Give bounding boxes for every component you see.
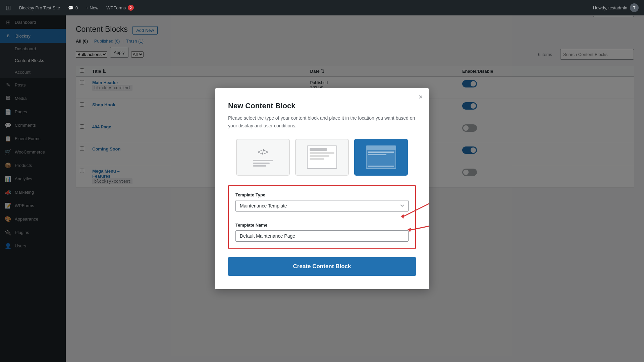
template-form-section: Template Type Maintenance Template 404 T… — [228, 185, 416, 249]
wp-logo-icon[interactable]: ⊞ — [5, 4, 11, 12]
plugin-label: WPForms — [106, 5, 126, 10]
comment-icon: 💬 — [68, 5, 73, 10]
modal-title: New Content Block — [228, 102, 416, 110]
site-name: Blocksy Pro Test Site — [19, 5, 60, 10]
howdy-text: Howdy, testadmin — [593, 5, 627, 10]
adminbar-user[interactable]: Howdy, testadmin T — [593, 3, 639, 12]
avatar: T — [630, 3, 639, 12]
modal-close-button[interactable]: × — [419, 94, 423, 100]
template-type-select[interactable]: Maintenance Template 404 Template Coming… — [235, 200, 409, 212]
comments-count: 0 — [75, 5, 78, 10]
block-card-hook[interactable]: </> — [236, 139, 290, 176]
hook-lines — [253, 160, 273, 167]
modal-box: × New Content Block Please select the ty… — [215, 88, 429, 289]
form-divider — [235, 217, 409, 217]
new-label: + New — [86, 5, 98, 10]
template-name-label: Template Name — [235, 223, 409, 228]
template-name-input[interactable] — [235, 230, 409, 242]
adminbar-new[interactable]: + New — [82, 0, 102, 15]
template-type-label: Template Type — [235, 192, 409, 197]
create-content-block-button[interactable]: Create Content Block — [228, 257, 416, 276]
block-card-popup[interactable] — [295, 139, 349, 176]
adminbar-site[interactable]: Blocksy Pro Test Site — [15, 0, 64, 15]
block-type-cards: </> — [228, 139, 416, 176]
admin-bar: ⊞ Blocksy Pro Test Site 💬 0 + New WPForm… — [0, 0, 644, 15]
adminbar-comments[interactable]: 💬 0 — [64, 0, 82, 15]
modal-description: Please select the type of your content b… — [228, 114, 416, 129]
plugin-badge: 2 — [128, 5, 134, 11]
block-card-template[interactable] — [354, 139, 408, 176]
code-brackets-icon: </> — [258, 148, 268, 157]
modal-overlay: × New Content Block Please select the ty… — [0, 15, 644, 362]
adminbar-wpforms[interactable]: WPForms 2 — [102, 0, 138, 15]
